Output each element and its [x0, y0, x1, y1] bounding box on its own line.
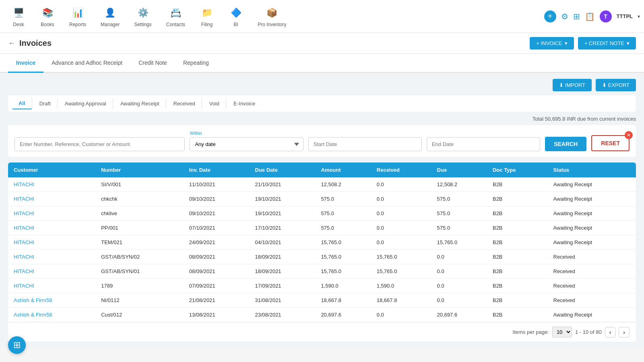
grid-icon-btn[interactable]: ⊞	[573, 12, 580, 21]
cell-inv-date: 07/09/2021	[184, 279, 250, 293]
nav-item-filing[interactable]: 📁 Filing	[192, 2, 221, 31]
total-bar: Total 50,695.8 INR due from current invo…	[8, 116, 636, 122]
content-area: ⬇ IMPORT ⬇ EXPORT All Draft Awaiting App…	[0, 73, 644, 348]
customer-link[interactable]: Ashish & Firm58	[14, 297, 52, 303]
prev-page-button[interactable]: ‹	[605, 327, 616, 337]
table-row[interactable]: HITACHI SI/V/001 11/10/2021 21/10/2021 1…	[8, 177, 636, 192]
search-input-wrap	[14, 137, 185, 151]
close-icon[interactable]: ✕	[625, 131, 633, 139]
col-number: Number	[95, 162, 183, 177]
nav-items: 🖥️ Desk 📚 Books 📊 Reports 👤 Manager ⚙️ S…	[4, 2, 544, 31]
status-tab-void[interactable]: Void	[203, 98, 226, 109]
export-button[interactable]: ⬇ EXPORT	[596, 79, 636, 91]
end-date-wrap	[427, 137, 540, 151]
nav-item-settings[interactable]: ⚙️ Settings	[127, 2, 159, 31]
cell-due: 0.0	[431, 264, 487, 279]
status-tab-all[interactable]: All	[12, 98, 32, 109]
status-tab-received[interactable]: Received	[167, 98, 202, 109]
reports-icon: 📊	[70, 6, 85, 20]
col-inv-date: Inv. Date	[184, 162, 250, 177]
add-button[interactable]: +	[544, 10, 556, 23]
cell-number: SI/V/001	[95, 177, 183, 192]
per-page-label: Items per page:	[513, 329, 549, 335]
cell-doc-type: B2B	[487, 308, 548, 322]
invoice-button[interactable]: + INVOICE ▾	[530, 37, 574, 49]
user-avatar[interactable]: T	[600, 10, 612, 23]
org-dropdown-arrow[interactable]: ▾	[638, 14, 640, 19]
nav-item-manager[interactable]: 👤 Manager	[93, 2, 127, 31]
start-date-input[interactable]	[308, 137, 422, 151]
nav-item-desk[interactable]: 🖥️ Desk	[4, 2, 33, 31]
status-tab-awaiting-receipt[interactable]: Awaiting Receipt	[114, 98, 166, 109]
cell-number: chkchk	[95, 192, 183, 206]
within-select[interactable]: Any date This month Last month This quar…	[190, 137, 303, 151]
cell-amount: 18,667.8	[315, 293, 371, 308]
table-row[interactable]: HITACHI GST/AB/SYN/01 08/09/2021 18/09/2…	[8, 264, 636, 279]
org-name: TTTPL	[617, 13, 633, 19]
cell-number: TEM/021	[95, 235, 183, 250]
table-row[interactable]: HITACHI chklive 09/10/2021 19/10/2021 57…	[8, 206, 636, 221]
status-tab-awaiting-approval[interactable]: Awaiting Approval	[58, 98, 113, 109]
col-doc-type: Doc Type	[487, 162, 548, 177]
cell-due-date: 18/09/2021	[250, 264, 316, 279]
end-date-input[interactable]	[427, 137, 540, 151]
cell-amount: 1,590.0	[315, 279, 371, 293]
customer-link[interactable]: HITACHI	[14, 181, 34, 187]
nav-label-books: Books	[41, 22, 54, 27]
cell-inv-date: 09/10/2021	[184, 206, 250, 221]
col-received: Received	[371, 162, 431, 177]
tab-invoice[interactable]: Invoice	[8, 54, 43, 73]
reset-button[interactable]: RESET	[591, 135, 630, 151]
search-button[interactable]: SEARCH	[545, 137, 586, 151]
table-row[interactable]: Ashish & Firm58 NI/0112 21/08/2021 31/08…	[8, 293, 636, 308]
pagination-bar: Items per page: 10 25 50 1 - 10 of 80 ‹ …	[8, 322, 636, 341]
nav-item-contacts[interactable]: 📇 Contacts	[159, 2, 192, 31]
back-button[interactable]: ←	[8, 39, 15, 47]
credit-note-button[interactable]: + CREDIT NOTE ▾	[578, 37, 636, 49]
next-page-button[interactable]: ›	[619, 327, 630, 337]
invoice-table: Customer Number Inv. Date Due Date Amoun…	[8, 162, 636, 341]
table-row[interactable]: HITACHI chkchk 09/10/2021 19/10/2021 575…	[8, 192, 636, 206]
table-row[interactable]: HITACHI TEM/021 24/09/2021 04/10/2021 15…	[8, 235, 636, 250]
cell-received: 15,765.0	[371, 250, 431, 264]
table-row[interactable]: HITACHI PP/001 07/10/2021 17/10/2021 575…	[8, 221, 636, 235]
customer-link[interactable]: HITACHI	[14, 196, 34, 202]
nav-item-bi[interactable]: 🔷 BI	[221, 2, 250, 31]
gear-icon-btn[interactable]: ⚙	[561, 12, 568, 21]
cell-status: Awaiting Receipt	[548, 192, 636, 206]
status-tab-draft[interactable]: Draft	[33, 98, 58, 109]
cell-doc-type: B2B	[487, 177, 548, 192]
search-input[interactable]	[14, 137, 185, 151]
cell-doc-type: B2B	[487, 279, 548, 293]
cell-amount: 15,765.0	[315, 235, 371, 250]
tab-advance-adhoc[interactable]: Advance and Adhoc Receipt	[43, 54, 130, 73]
status-tab-einvoice[interactable]: E-Invoice	[227, 98, 262, 109]
cell-status: Awaiting Receipt	[548, 221, 636, 235]
cell-doc-type: B2B	[487, 235, 548, 250]
nav-label-settings: Settings	[134, 22, 151, 27]
table-row[interactable]: Ashish & Firm58 Cust/012 13/08/2021 23/0…	[8, 308, 636, 322]
customer-link[interactable]: HITACHI	[14, 254, 34, 260]
customer-link[interactable]: HITACHI	[14, 283, 34, 289]
cell-received: 1,590.0	[371, 279, 431, 293]
customer-link[interactable]: HITACHI	[14, 225, 34, 231]
grid-fab-button[interactable]: ⊞	[8, 336, 26, 354]
cell-doc-type: B2B	[487, 192, 548, 206]
customer-link[interactable]: HITACHI	[14, 210, 34, 216]
customer-link[interactable]: Ashish & Firm58	[14, 312, 52, 318]
table-row[interactable]: HITACHI GST/AB/SYN/02 08/09/2021 18/09/2…	[8, 250, 636, 264]
nav-item-reports[interactable]: 📊 Reports	[62, 2, 93, 31]
customer-link[interactable]: HITACHI	[14, 239, 34, 245]
nav-item-books[interactable]: 📚 Books	[33, 2, 62, 31]
per-page-select[interactable]: 10 25 50	[552, 327, 572, 337]
customer-link[interactable]: HITACHI	[14, 268, 34, 274]
reset-wrap: RESET ✕	[591, 135, 630, 151]
import-button[interactable]: ⬇ IMPORT	[553, 79, 592, 91]
table-row[interactable]: HITACHI 1789 07/09/2021 17/09/2021 1,590…	[8, 279, 636, 293]
tab-credit-note[interactable]: Credit Note	[130, 54, 175, 73]
cell-status: Awaiting Receipt	[548, 308, 636, 322]
nav-label-desk: Desk	[13, 22, 24, 27]
nav-item-pro-inventory[interactable]: 📦 Pro Inventory	[250, 2, 293, 31]
clipboard-icon-btn[interactable]: 📋	[585, 12, 595, 21]
tab-repeating[interactable]: Repeating	[175, 54, 217, 73]
